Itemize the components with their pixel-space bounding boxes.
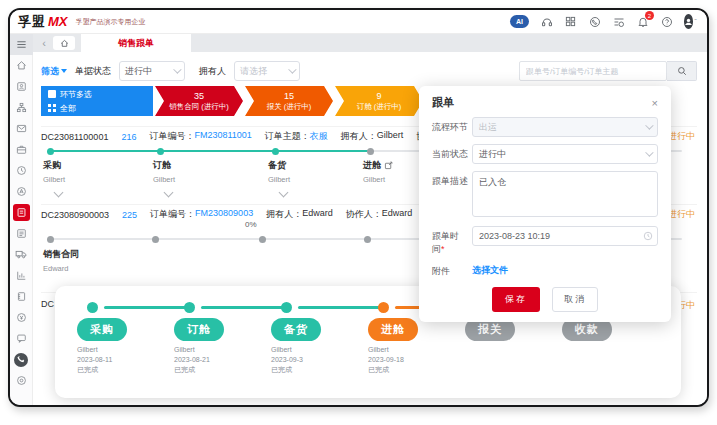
stage-segment-contract[interactable]: 35 销售合同 (进行中)	[155, 86, 243, 116]
stage-pill[interactable]: 采购	[77, 318, 127, 341]
sidebar-item-settings[interactable]	[10, 370, 33, 391]
multi-select-checkbox[interactable]	[48, 90, 56, 98]
description-label: 跟单描述	[432, 171, 472, 219]
doc-status-select[interactable]: 进行中	[119, 61, 185, 81]
sidebar-item-notes[interactable]	[10, 286, 33, 307]
tab-sales-followup[interactable]: 销售跟单	[81, 34, 191, 52]
timeline-dot	[364, 236, 371, 243]
stage-person: Gilbert	[368, 345, 465, 355]
sidebar-item-marketing[interactable]	[10, 181, 33, 202]
sidebar-item-work[interactable]	[10, 139, 33, 160]
stage-block-purchase[interactable]: 采购 Gilbert	[43, 159, 143, 184]
expand-chevron-icon[interactable]	[165, 188, 173, 196]
stage-dot	[378, 302, 389, 313]
sidebar-item-contacts[interactable]	[10, 76, 33, 97]
stage-date: 2023-09-18	[368, 355, 465, 365]
segment-label: 报关 (进行中)	[245, 102, 333, 111]
home-icon	[16, 57, 27, 75]
choose-file-link[interactable]: 选择文件	[472, 261, 508, 277]
stage-block-booking[interactable]: 订舱 Gilbert	[153, 159, 253, 184]
stage-person: Edward	[43, 264, 79, 273]
left-sidebar	[10, 34, 33, 407]
user-avatar[interactable]: ˇ	[684, 15, 697, 28]
followup-time-label: 跟单时间*	[432, 226, 472, 256]
clock-icon	[643, 231, 653, 241]
sidebar-menu-toggle[interactable]	[10, 34, 33, 55]
stage-person: Gilbert	[43, 175, 143, 184]
chevron-down-icon: ˇ	[694, 17, 697, 26]
sidebar-item-documents[interactable]	[10, 223, 33, 244]
owner-label: 拥有人	[199, 65, 226, 78]
doc-count-badge[interactable]: 216	[121, 132, 136, 142]
apps-grid-icon[interactable]	[564, 15, 577, 28]
search-button[interactable]	[667, 61, 697, 81]
stage-block-contract[interactable]: 销售合同 Edward	[43, 248, 79, 273]
owner-select[interactable]: 请选择	[234, 61, 300, 81]
headset-icon[interactable]	[540, 15, 553, 28]
ai-badge[interactable]: AI	[510, 15, 529, 28]
doc-no: DC23081100001	[41, 132, 108, 142]
sidebar-item-org[interactable]	[10, 97, 33, 118]
phone-icon[interactable]	[588, 15, 601, 28]
stage-segment-booking[interactable]: 9 订舱 (进行中)	[335, 86, 423, 116]
timeline-dot	[152, 236, 159, 243]
clock-icon	[16, 162, 27, 180]
description-textarea[interactable]: 已入仓	[472, 171, 658, 217]
segment-count: 9	[335, 91, 423, 102]
home-icon	[60, 39, 69, 48]
expand-chevron-icon[interactable]	[55, 188, 63, 196]
sidebar-item-orders-active[interactable]	[10, 202, 33, 223]
bell-icon[interactable]: 2	[636, 15, 649, 28]
stage-pill[interactable]: 进舱	[368, 318, 418, 341]
sidebar-item-phone[interactable]	[10, 349, 33, 370]
sidebar-item-chat[interactable]	[10, 328, 33, 349]
doc-status-value: 进行中	[125, 65, 152, 78]
stage-person: Gilbert	[153, 175, 253, 184]
popup-stage-purchase: 采购 Gilbert 2023-08-11 已完成	[77, 302, 174, 398]
stage-all-segment[interactable]: 环节多选 全部	[41, 86, 153, 116]
stage-block-stock[interactable]: 备货 Gilbert	[268, 159, 368, 184]
truck-icon	[15, 246, 27, 264]
sidebar-item-finance[interactable]	[10, 307, 33, 328]
segment-count: 35	[155, 91, 243, 102]
doc-count-badge[interactable]: 225	[122, 210, 137, 220]
timeline-dot	[367, 148, 374, 155]
filter-toggle[interactable]: 筛选	[41, 65, 67, 78]
timeline-dot	[272, 148, 279, 155]
expand-chevron-icon[interactable]	[280, 188, 288, 196]
close-icon[interactable]: ×	[652, 98, 658, 108]
contacts-icon	[16, 78, 27, 96]
stage-date: 2023-08-21	[174, 355, 271, 365]
tasks-icon[interactable]	[612, 15, 625, 28]
sidebar-item-reports[interactable]	[10, 265, 33, 286]
stage-name: 订舱	[153, 159, 253, 172]
process-step-select[interactable]: 出运	[472, 117, 658, 137]
stage-connector	[298, 306, 382, 309]
search-input[interactable]	[519, 61, 667, 81]
grid-icon	[48, 104, 56, 112]
stage-segment-customs[interactable]: 15 报关 (进行中)	[245, 86, 333, 116]
sidebar-item-logistics[interactable]	[10, 244, 33, 265]
edit-icon[interactable]	[384, 161, 393, 170]
cancel-button[interactable]: 取消	[552, 287, 598, 312]
coin-icon	[16, 309, 27, 327]
org-subtitle: 孚盟产品演示专用企业	[76, 17, 146, 27]
stage-status: 已完成	[368, 365, 465, 375]
current-status-select[interactable]: 进行中	[472, 144, 658, 164]
back-chevron-icon[interactable]: ‹	[37, 37, 51, 49]
search-area	[519, 61, 697, 81]
stage-connector	[201, 306, 285, 309]
help-icon[interactable]	[660, 15, 673, 28]
chevron-down-icon	[645, 148, 653, 156]
sidebar-item-mail[interactable]	[10, 118, 33, 139]
stage-person: Gilbert	[271, 345, 368, 355]
sidebar-item-home[interactable]	[10, 55, 33, 76]
sidebar-item-schedule[interactable]	[10, 160, 33, 181]
stage-pill[interactable]: 备货	[271, 318, 321, 341]
timeline-dot	[157, 148, 164, 155]
followup-time-input[interactable]	[472, 226, 658, 246]
home-tab-button[interactable]	[53, 36, 75, 50]
multi-select-label: 环节多选	[60, 89, 92, 100]
stage-pill[interactable]: 订舱	[174, 318, 224, 341]
save-button[interactable]: 保存	[492, 287, 540, 312]
